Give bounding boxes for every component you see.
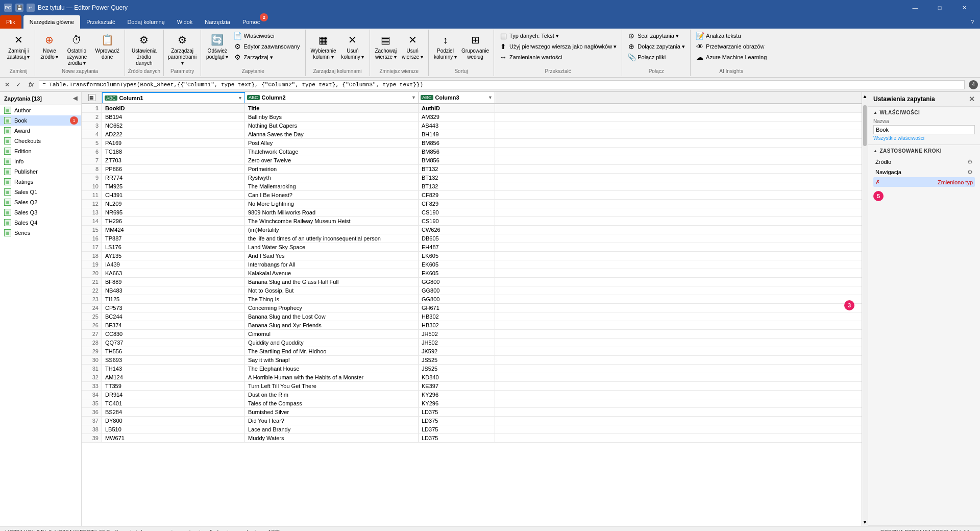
choose-columns-button[interactable]: ▦ Wybieraniekolumn ▾ [309, 31, 338, 61]
append-queries-button[interactable]: ⊕ Dołącz zapytania ▾ [625, 41, 687, 52]
save-icon[interactable]: 💾 [15, 4, 23, 12]
replace-values-button[interactable]: ↔ Zamienianie wartości [497, 52, 619, 62]
table-row[interactable]: 36 BS284 Burnished Silver LD375 [82, 408, 862, 417]
table-row[interactable]: 35 TC401 Tales of the Compass KY296 [82, 399, 862, 408]
text-analytics-button[interactable]: 📝 Analiza tekstu [694, 31, 769, 41]
table-row[interactable]: 24 CP573 Concerning Prophecy GH671 [82, 304, 862, 312]
table-row[interactable]: 2 BB194 Ballinby Boys AM329 [82, 113, 862, 122]
table-row[interactable]: 30 SS693 Say it with Snap! JS525 [82, 356, 862, 365]
new-source-button[interactable]: ⊕ Noweźródło ▾ [38, 31, 60, 61]
all-properties-link[interactable]: Wszystkie właściwości [873, 135, 924, 141]
query-item-book[interactable]: ▦ Book 1 [0, 115, 81, 126]
scroll-down-button[interactable]: ▼ [862, 518, 868, 526]
vision-button[interactable]: 👁 Przetwarzanie obrazów [694, 41, 769, 52]
query-item-series[interactable]: ▦ Series [0, 228, 81, 238]
table-row[interactable]: 18 AY135 And I Said Yes EK605 [82, 252, 862, 260]
table-row[interactable]: 15 MM424 (im)Mortality CW626 [82, 226, 862, 234]
table-row[interactable]: 34 DR914 Dust on the Rim KY296 [82, 391, 862, 399]
table-row[interactable]: 8 PP866 Portmeirion BT132 [82, 165, 862, 174]
queries-collapse-button[interactable]: ◀ [73, 95, 77, 102]
step-navigation-gear[interactable]: ⚙ [967, 168, 973, 176]
close-button[interactable]: ✕ [952, 0, 976, 15]
maximize-button[interactable]: □ [928, 0, 951, 15]
table-row[interactable]: 20 KA663 Kalakalal Avenue EK605 [82, 269, 862, 278]
table-row[interactable]: 5 PA169 Post Alley BM856 [82, 139, 862, 148]
col1-filter-arrow[interactable]: ▼ [238, 95, 242, 101]
table-row[interactable]: 13 NR695 9809 North Millworks Road CS190 [82, 208, 862, 217]
step-source[interactable]: Źródło ⚙ [873, 157, 975, 167]
query-item-award[interactable]: ▦ Award [0, 126, 81, 136]
tab-narzedzia[interactable]: Narzędzia [199, 15, 236, 29]
table-row[interactable]: 26 BF374 Banana Slug and Xyr Friends HB3… [82, 321, 862, 330]
advanced-editor-button[interactable]: ⚙ Edytor zaawansowany [231, 41, 302, 52]
table-row[interactable]: 17 LS176 Land Water Sky Space EH487 [82, 243, 862, 252]
query-item-checkouts[interactable]: ▦ Checkouts [0, 136, 81, 146]
tab-dodaj-kolumne[interactable]: Dodaj kolumnę [121, 15, 170, 29]
col3-filter-arrow[interactable]: ▼ [488, 95, 493, 100]
table-row[interactable]: 23 TI125 The Thing Is GG800 [82, 295, 862, 304]
enter-data-button[interactable]: 📋 Wprowadźdane [93, 31, 121, 61]
table-row[interactable]: 37 DY800 Did You Hear? LD375 [82, 417, 862, 425]
combine-files-button[interactable]: 📎 Połącz pliki [625, 52, 687, 62]
merge-queries-button[interactable]: ⊕ Scal zapytania ▾ [625, 31, 687, 41]
column1-header[interactable]: ABC Column1 ▼ [102, 92, 245, 103]
vertical-scrollbar[interactable]: ▲ ▼ [862, 92, 868, 526]
tab-pomoc[interactable]: Pomoc 2 [236, 15, 266, 29]
close-apply-button[interactable]: ✕ Zamknij izastosuj ▾ [5, 31, 32, 61]
table-row[interactable]: 33 TT359 Turn Left Till You Get There KE… [82, 382, 862, 391]
table-row[interactable]: 31 TH143 The Elephant House JS525 [82, 365, 862, 373]
table-row[interactable]: 11 CH391 Can I Be Honest? CF829 [82, 191, 862, 200]
query-item-author[interactable]: ▦ Author [0, 105, 81, 115]
table-row[interactable]: 25 BC244 Banana Slug and the Lost Cow HB… [82, 312, 862, 321]
name-prop-input[interactable] [873, 125, 975, 134]
table-row[interactable]: 16 TP887 the life and times of an utterl… [82, 234, 862, 243]
table-row[interactable]: 32 AM124 A Horrible Human with the Habit… [82, 373, 862, 382]
manage-button[interactable]: ⚙ Zarządzaj ▾ [231, 52, 302, 62]
table-row[interactable]: 7 ZT703 Zero over Twelve BM856 [82, 156, 862, 165]
datasource-settings-button[interactable]: ⚙ Ustawieniaźródła danych [129, 31, 159, 67]
scroll-up-button[interactable]: ▲ [862, 92, 868, 100]
minimize-button[interactable]: — [903, 0, 927, 15]
table-row[interactable]: 10 TM925 The Mallemaroking BT132 [82, 182, 862, 191]
query-item-sales-q2[interactable]: ▦ Sales Q2 [0, 197, 81, 207]
grid-scroll[interactable]: 1 BookID Title AuthID 2 BB194 Ballinby B… [82, 104, 862, 526]
right-panel-close-button[interactable]: ✕ [969, 95, 975, 103]
col2-filter-arrow[interactable]: ▼ [411, 95, 416, 100]
table-row[interactable]: 22 NB483 Not to Gossip, But GG800 [82, 286, 862, 295]
undo-icon[interactable]: ↩ [27, 4, 35, 12]
select-all-checkbox[interactable]: ▦ [88, 94, 95, 101]
recent-sources-button[interactable]: ⏱ Ostatnioużywane źródła ▾ [61, 31, 92, 67]
properties-button[interactable]: 📄 Właściwości [231, 31, 302, 41]
remove-rows-button[interactable]: ✕ Usuńwiersze ▾ [400, 31, 425, 61]
step-source-gear[interactable]: ⚙ [967, 158, 973, 165]
table-row[interactable]: 6 TC188 Thatchwork Cottage BM856 [82, 148, 862, 156]
split-column-button[interactable]: ↕ Podzielkolumny ▾ [432, 31, 459, 61]
column2-header[interactable]: ABC Column2 ▼ [245, 92, 419, 103]
query-item-info[interactable]: ▦ Info [0, 156, 81, 166]
table-row[interactable]: 27 CC830 Cimornul JH502 [82, 330, 862, 339]
query-item-sales-q3[interactable]: ▦ Sales Q3 [0, 207, 81, 218]
formula-nav-left[interactable]: ✕ [2, 80, 12, 90]
tab-przeksztalc[interactable]: Przekształć [80, 15, 121, 29]
table-row[interactable]: 19 IA439 Interrobangs for All EK605 [82, 260, 862, 269]
azure-ml-button[interactable]: ☁ Azure Machine Learning [694, 52, 769, 62]
query-item-ratings[interactable]: ▦ Ratings [0, 177, 81, 187]
table-row[interactable]: 12 NL209 No More Lightning CF829 [82, 200, 862, 208]
formula-confirm[interactable]: ✓ [13, 80, 23, 90]
table-row[interactable]: 14 TH296 The Winchcombe Railway Museum H… [82, 217, 862, 226]
column3-header[interactable]: ABC Column3 ▼ [419, 92, 495, 103]
table-row[interactable]: 29 TH556 The Startling End of Mr. Hidhoo… [82, 347, 862, 356]
tab-plik[interactable]: Plik [0, 15, 21, 29]
remove-columns-button[interactable]: ✕ Usuńkolumny ▾ [339, 31, 366, 61]
table-row[interactable]: 28 QQ737 Quiddity and Quoddity JH502 [82, 339, 862, 347]
query-item-sales-q1[interactable]: ▦ Sales Q1 [0, 187, 81, 197]
table-row[interactable]: 9 RR774 Rystwyth BT132 [82, 174, 862, 182]
keep-rows-button[interactable]: ▤ Zachowajwiersze ▾ [373, 31, 399, 61]
manage-params-button[interactable]: ⚙ Zarządzajparametrami ▾ [167, 31, 198, 67]
table-row[interactable]: 39 MW671 Muddy Waters LD375 [82, 434, 862, 443]
formula-input[interactable] [39, 80, 965, 89]
tab-narzedzia-glowne[interactable]: Narzędzia główne [23, 15, 80, 29]
table-row[interactable]: 21 BF889 Banana Slug and the Glass Half … [82, 278, 862, 286]
group-by-button[interactable]: ⊞ Grupowaniewedług [460, 31, 491, 61]
step-navigation[interactable]: Nawigacja ⚙ [873, 167, 975, 177]
